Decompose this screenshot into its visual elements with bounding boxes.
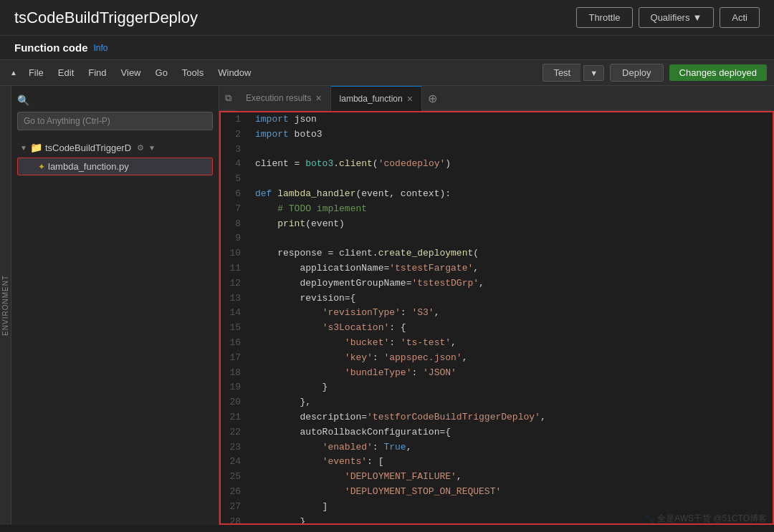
table-row: 13 revision={ — [221, 291, 773, 306]
test-dropdown-button[interactable]: ▼ — [583, 65, 604, 81]
folder-icon: 📁 — [30, 142, 42, 153]
top-header: tsCodeBuildTriggerDeploy Throttle Qualif… — [0, 0, 774, 36]
info-link[interactable]: Info — [94, 43, 108, 53]
editor-area: ⧉ Execution results × lambda_function × … — [219, 86, 774, 525]
test-button[interactable]: Test — [543, 64, 580, 82]
line-number: 7 — [221, 202, 249, 217]
line-content: 'DEPLOYMENT_STOP_ON_REQUEST' — [249, 485, 773, 500]
line-content: description='testforCodeBuildTriggerDepl… — [249, 410, 773, 425]
environment-label: Environment — [1, 275, 9, 336]
gear-icon[interactable]: ⚙ — [137, 143, 144, 153]
execution-results-close-icon[interactable]: × — [315, 93, 321, 103]
menu-go[interactable]: Go — [150, 64, 173, 81]
expand-more-icon: ▼ — [148, 144, 156, 152]
line-content: import boto3 — [249, 127, 773, 142]
line-content: response = client.create_deployment( — [249, 246, 773, 261]
code-editor[interactable]: 1 import json 2 import boto3 3 4 client … — [219, 111, 774, 525]
table-row: 12 deploymentGroupName='tstestDGrp', — [221, 276, 773, 291]
line-number: 8 — [221, 217, 249, 232]
lambda-function-label: lambda_function — [340, 94, 403, 104]
expand-arrow-icon: ▼ — [20, 144, 27, 152]
menu-find[interactable]: Find — [82, 64, 112, 81]
qualifiers-label: Qualifiers — [651, 12, 690, 23]
table-row: 17 'key': 'appspec.json', — [221, 351, 773, 366]
line-content: 'events': [ — [249, 455, 773, 470]
code-table: 1 import json 2 import boto3 3 4 client … — [221, 112, 773, 525]
table-row: 14 'revisionType': 'S3', — [221, 306, 773, 321]
line-content — [249, 172, 773, 187]
line-number: 22 — [221, 425, 249, 440]
line-content: deploymentGroupName='tstestDGrp', — [249, 276, 773, 291]
file-explorer: 🔍 ▼ 📁 tsCodeBuildTriggerD ⚙ ▼ ✦ lambda_f… — [11, 86, 219, 525]
qualifiers-arrow: ▼ — [692, 12, 702, 23]
line-content: }, — [249, 395, 773, 410]
throttle-button[interactable]: Throttle — [576, 7, 632, 28]
line-content — [249, 231, 773, 246]
search-icon: 🔍 — [17, 95, 29, 106]
menu-window[interactable]: Window — [212, 64, 257, 81]
line-content: revision={ — [249, 291, 773, 306]
line-content: } — [249, 515, 773, 525]
lambda-function-close-icon[interactable]: × — [407, 94, 413, 104]
line-number: 23 — [221, 440, 249, 455]
line-content: 'bundleType': 'JSON' — [249, 366, 773, 381]
table-row: 3 — [221, 142, 773, 158]
search-bar-container: 🔍 — [11, 92, 219, 133]
collapse-button[interactable]: ▲ — [7, 66, 20, 79]
line-content: def lambda_handler(event, context): — [249, 187, 773, 202]
line-number: 2 — [221, 127, 249, 142]
changes-deployed-button[interactable]: Changes deployed — [669, 64, 767, 81]
line-number: 20 — [221, 395, 249, 410]
menu-tools[interactable]: Tools — [176, 64, 209, 81]
menu-file[interactable]: File — [23, 64, 49, 81]
table-row: 11 applicationName='tstestFargate', — [221, 261, 773, 276]
line-number: 25 — [221, 470, 249, 485]
line-number: 10 — [221, 246, 249, 261]
table-row: 10 response = client.create_deployment( — [221, 246, 773, 261]
line-number: 13 — [221, 291, 249, 306]
line-content: applicationName='tstestFargate', — [249, 261, 773, 276]
line-content: print(event) — [249, 217, 773, 232]
table-row: 9 — [221, 231, 773, 246]
table-row: 26 'DEPLOYMENT_STOP_ON_REQUEST' — [221, 485, 773, 500]
execution-results-label: Execution results — [246, 93, 311, 103]
main-content: Environment 🔍 ▼ 📁 tsCodeBuildTriggerD ⚙ … — [0, 86, 774, 525]
table-row: 28 } — [221, 515, 773, 525]
line-content: autoRollbackConfiguration={ — [249, 425, 773, 440]
menu-bar: ▲ File Edit Find View Go Tools Window Te… — [0, 60, 774, 86]
line-number: 3 — [221, 142, 249, 158]
line-content: 's3Location': { — [249, 321, 773, 336]
app-title: tsCodeBuildTriggerDeploy — [14, 9, 198, 27]
tab-execution-results[interactable]: Execution results × — [237, 86, 331, 111]
folder-item[interactable]: ▼ 📁 tsCodeBuildTriggerD ⚙ ▼ — [14, 139, 216, 156]
deploy-button[interactable]: Deploy — [610, 64, 663, 82]
file-item[interactable]: ✦ lambda_function.py — [17, 158, 213, 175]
menu-view[interactable]: View — [115, 64, 147, 81]
tab-copy-icon: ⧉ — [219, 92, 237, 104]
search-input[interactable] — [17, 112, 213, 130]
tab-lambda-function[interactable]: lambda_function × — [331, 86, 422, 111]
table-row: 2 import boto3 — [221, 127, 773, 142]
line-number: 26 — [221, 485, 249, 500]
table-row: 16 'bucket': 'ts-test', — [221, 336, 773, 351]
file-tree: ▼ 📁 tsCodeBuildTriggerD ⚙ ▼ ✦ lambda_fun… — [11, 139, 219, 175]
tab-add-button[interactable]: ⊕ — [422, 92, 443, 105]
qualifiers-button[interactable]: Qualifiers ▼ — [639, 7, 715, 28]
line-number: 24 — [221, 455, 249, 470]
function-code-title: Function code — [14, 42, 88, 54]
line-number: 4 — [221, 157, 249, 172]
table-row: 23 'enabled': True, — [221, 440, 773, 455]
line-content: } — [249, 380, 773, 395]
line-content: 'key': 'appspec.json', — [249, 351, 773, 366]
table-row: 1 import json — [221, 112, 773, 127]
line-number: 11 — [221, 261, 249, 276]
line-content — [249, 142, 773, 158]
header-buttons: Throttle Qualifiers ▼ Acti — [576, 7, 760, 28]
table-row: 18 'bundleType': 'JSON' — [221, 366, 773, 381]
file-icon: ✦ — [38, 162, 45, 172]
line-content: 'bucket': 'ts-test', — [249, 336, 773, 351]
line-content: 'enabled': True, — [249, 440, 773, 455]
function-header: Function code Info — [0, 36, 774, 60]
menu-edit[interactable]: Edit — [52, 64, 80, 81]
active-button[interactable]: Acti — [720, 7, 760, 28]
